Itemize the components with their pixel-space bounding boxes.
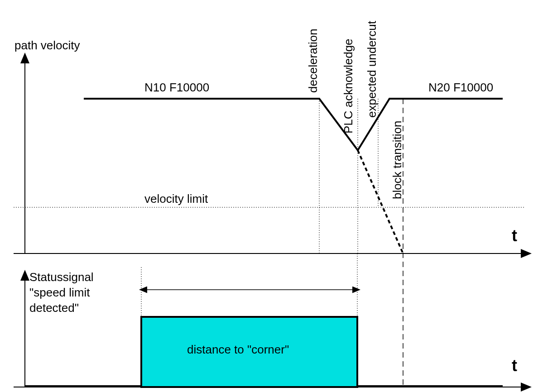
y-axis-label-bottom-3: detected" xyxy=(29,301,79,315)
plc-acknowledge-label: PLC acknowledge xyxy=(341,5,355,134)
diagram-container: path velocity t N10 F10000 N20 F10000 ve… xyxy=(0,0,538,392)
velocity-limit-label: velocity limit xyxy=(144,192,208,206)
x-axis-label-top: t xyxy=(512,226,517,245)
x-axis-label-bottom: t xyxy=(512,356,517,375)
y-axis-label-bottom-2: "speed limit xyxy=(29,286,90,300)
block-transition-label: block transition xyxy=(390,102,404,199)
block-label-1: N10 F10000 xyxy=(144,81,209,95)
y-axis-label-bottom-1: Statussignal xyxy=(29,270,94,284)
expected-undercut-label: expected undercut xyxy=(365,5,379,118)
diagram-svg xyxy=(0,0,538,392)
deceleration-label: deceleration xyxy=(306,14,320,93)
block-label-2: N20 F10000 xyxy=(428,81,493,95)
y-axis-label-top: path velocity xyxy=(14,38,80,53)
distance-to-corner-label: distance to "corner" xyxy=(187,343,289,357)
